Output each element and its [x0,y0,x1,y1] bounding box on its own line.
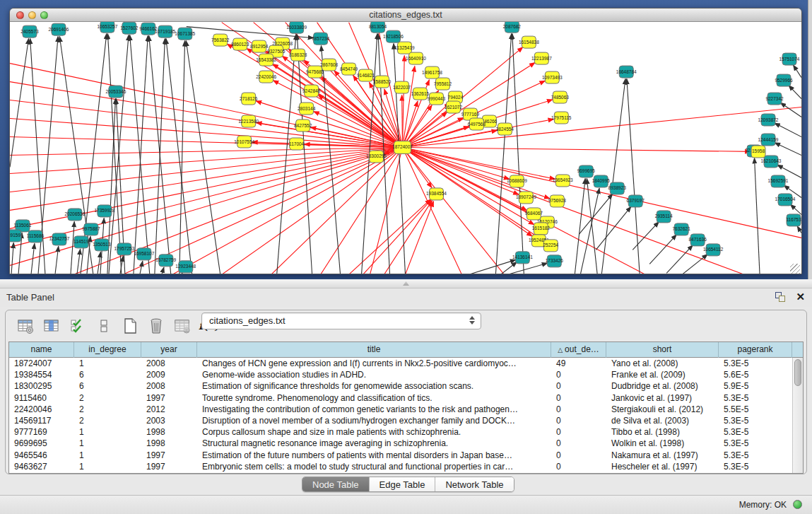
graph-node-7632621[interactable]: 7632621 [673,223,691,235]
graph-node-2405573[interactable]: 2405573 [20,25,39,37]
graph-node-8912954[interactable]: 8912954 [250,40,269,52]
graph-node-1362615[interactable]: 1362615 [411,88,430,100]
graph-node-8471636[interactable]: 8471636 [689,234,707,246]
table-row[interactable]: 946554611997Estimation of the future num… [9,450,803,461]
graph-node-18724007[interactable]: 18724007 [392,141,413,154]
graph-node-8427552[interactable]: 8427552 [294,119,312,132]
column-header-year[interactable]: year [141,342,197,358]
close-panel-icon[interactable]: ✕ [796,291,805,303]
delete-table-icon[interactable] [146,317,165,336]
table-row[interactable]: 1830029562008Estimation of significance … [9,380,803,392]
column-header-name[interactable]: name [9,342,74,358]
window-resize-grip[interactable] [790,264,800,274]
graph-node-9475685[interactable]: 9475685 [306,66,324,78]
column-header-in_degree[interactable]: in_degree [74,342,141,358]
graph-node-7485063[interactable]: 7485063 [551,91,570,103]
table-row[interactable]: 1938455462009Genome-wide association stu… [9,369,803,380]
graph-node-10653257[interactable]: 10653257 [97,22,117,33]
graph-node-12342757[interactable]: 12342757 [49,233,70,245]
graph-node-9699695[interactable]: 9699695 [577,165,596,177]
graph-node-10654112[interactable]: 10654112 [703,244,724,256]
graph-node-10107554[interactable]: 10107554 [234,136,254,148]
graph-node-6497568[interactable]: 6497568 [468,118,486,130]
tab-network-table[interactable]: Network Table [435,477,513,491]
graph-node-16033809[interactable]: 16033809 [286,22,307,33]
import-table-icon[interactable] [172,317,192,336]
graph-node-1350513[interactable]: 1350513 [93,239,111,251]
graph-node-16154838[interactable]: 16154838 [519,36,539,48]
tab-node-table[interactable]: Node Table [302,477,370,491]
graph-node-17975115[interactable]: 17975115 [551,112,572,124]
graph-node-19384554[interactable]: 19384554 [426,188,447,200]
graph-node-16648784[interactable]: 16648784 [616,66,637,78]
graph-node-16640910[interactable]: 16640910 [406,52,426,64]
network-canvas[interactable]: 2405573206914061065325715276029466162107… [10,22,801,274]
graph-node-12444159[interactable]: 12444159 [758,134,779,146]
graph-node-9756928[interactable]: 9756928 [548,195,567,207]
graph-node-2935114[interactable]: 2935114 [655,211,673,223]
table-row[interactable]: 946362711997Embryonic stem cells: a mode… [9,461,803,472]
graph-node-10688609[interactable]: 10688609 [507,175,527,187]
close-window-button[interactable] [16,11,24,19]
table-row[interactable]: 977716911998Corpus callosum shape and si… [9,426,803,438]
graph-node-17016504[interactable]: 17016504 [775,194,796,206]
graph-node-7563822[interactable]: 7563822 [211,34,230,46]
table-row[interactable]: 1456911722003Disruption of a novel membe… [9,415,803,426]
column-header-pagerank[interactable]: pagerank [719,342,792,358]
minimize-window-button[interactable] [28,11,36,19]
row-selection-mode-icon[interactable] [68,317,87,336]
table-row[interactable]: 911546021997Tourette syndrome. Phenomeno… [9,392,803,404]
graph-node-1615182[interactable]: 1615182 [532,223,551,235]
divider-grip-icon[interactable] [403,281,409,286]
new-table-icon[interactable] [120,317,139,336]
graph-node-12093872[interactable]: 12093872 [758,114,779,126]
graph-node-1822037[interactable]: 1822037 [393,81,411,93]
graph-node-9529966[interactable]: 9529966 [775,74,793,86]
graph-node-8860123[interactable]: 8860123 [231,38,249,50]
table-source-select[interactable]: citations_edges.txt [201,313,481,329]
graph-node-20206536[interactable]: 20206536 [64,209,85,221]
graph-node-9227342[interactable]: 9227342 [765,93,784,105]
float-panel-icon[interactable] [775,291,786,303]
table-row[interactable]: 2242004622012Investigating the contribut… [9,404,803,415]
graph-node-9990443[interactable]: 9990443 [428,93,446,105]
column-header-short[interactable]: short [606,342,719,358]
network-graph[interactable]: 2405573206914061065325715276029466162107… [10,22,801,274]
column-header-out_de[interactable]: △out_de… [551,342,606,358]
graph-node-1588520[interactable]: 1588520 [373,76,392,88]
graph-node-114519[interactable]: 114519 [73,236,89,248]
graph-node-6379197[interactable]: 6379197 [627,195,645,207]
graph-node-16782759[interactable]: 16782759 [155,255,176,267]
graph-node-8186328[interactable]: 8186328 [289,49,307,61]
graph-node-18907249[interactable]: 18907249 [516,192,536,204]
graph-node-252254[interactable]: 252254 [543,240,558,252]
graph-node-12923448[interactable]: 12923448 [175,261,196,273]
graph-node-16958107[interactable]: 16958107 [134,248,154,260]
graph-node-39159[interactable]: 39159 [10,230,21,242]
maximize-window-button[interactable] [40,11,48,19]
graph-node-11325419[interactable]: 11325419 [394,42,415,54]
table-vertical-scrollbar[interactable] [792,358,803,473]
graph-node-2803144[interactable]: 2803144 [298,103,316,115]
graph-node-15751074[interactable]: 15751074 [779,53,800,65]
graph-node-9975887[interactable]: 9975887 [82,223,100,235]
table-row[interactable]: 969969511998Structural magnetic resonanc… [9,438,803,449]
graph-node-1840995[interactable]: 1840995 [592,175,611,187]
graph-node-7955812[interactable]: 7955812 [434,78,452,90]
stacked-squares-icon[interactable] [94,317,113,336]
graph-node-10719185[interactable]: 10719185 [155,25,175,37]
graph-node-1733426[interactable]: 1733426 [546,255,564,267]
tab-edge-table[interactable]: Edge Table [370,477,436,491]
graph-node-117004[interactable]: 117004 [289,138,305,150]
graph-node-8938923[interactable]: 8938923 [608,182,627,194]
graph-node-20691406[interactable]: 20691406 [49,23,69,35]
graph-node-15692591[interactable]: 15692591 [768,175,789,187]
graph-node-116753[interactable]: 116753 [786,214,801,226]
graph-node-9242848[interactable]: 9242848 [302,85,321,97]
graph-node-3824554[interactable]: 3824554 [496,123,514,135]
table-row[interactable]: 1872400712008Changes of HCN gene express… [9,358,803,369]
graph-node-17359928[interactable]: 17359928 [94,205,114,217]
graph-node-13654923[interactable]: 13654923 [553,175,573,187]
graph-node-14136141[interactable]: 14136141 [512,252,533,264]
graph-node-10973493[interactable]: 10973493 [542,71,563,83]
